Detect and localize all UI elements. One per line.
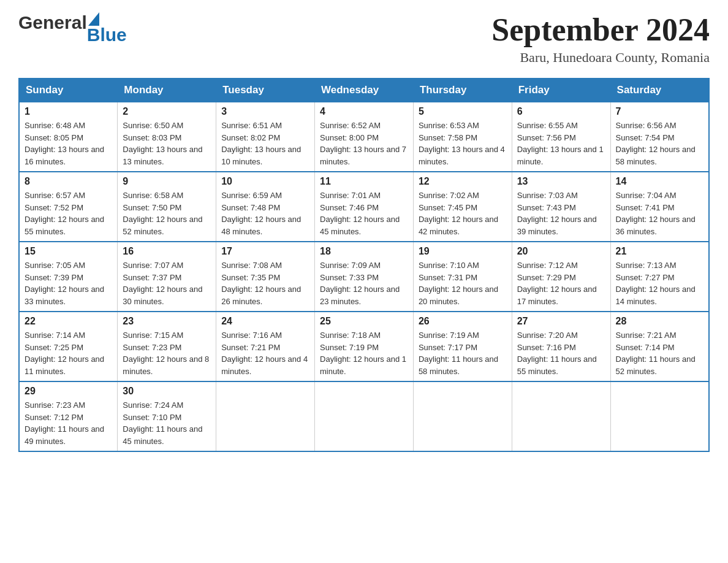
calendar-cell: 11Sunrise: 7:01 AMSunset: 7:46 PMDayligh… [315, 172, 414, 242]
calendar-week-row: 8Sunrise: 6:57 AMSunset: 7:52 PMDaylight… [19, 172, 709, 242]
calendar-header-tuesday: Tuesday [216, 79, 315, 102]
calendar-cell: 14Sunrise: 7:04 AMSunset: 7:41 PMDayligh… [610, 172, 709, 242]
day-info: Sunrise: 7:13 AMSunset: 7:27 PMDaylight:… [616, 259, 703, 307]
calendar-cell: 20Sunrise: 7:12 AMSunset: 7:29 PMDayligh… [512, 242, 610, 312]
calendar-cell: 15Sunrise: 7:05 AMSunset: 7:39 PMDayligh… [19, 242, 118, 312]
calendar-table: SundayMondayTuesdayWednesdayThursdayFrid… [18, 78, 710, 452]
day-number: 18 [320, 246, 408, 257]
day-info: Sunrise: 6:59 AMSunset: 7:48 PMDaylight:… [221, 190, 309, 237]
logo-triangle-icon [88, 12, 99, 26]
calendar-cell: 4Sunrise: 6:52 AMSunset: 8:00 PMDaylight… [315, 102, 414, 172]
day-number: 7 [616, 106, 703, 117]
day-number: 1 [25, 106, 112, 117]
day-info: Sunrise: 7:10 AMSunset: 7:31 PMDaylight:… [419, 259, 507, 307]
calendar-week-row: 1Sunrise: 6:48 AMSunset: 8:05 PMDaylight… [19, 102, 709, 172]
calendar-header-sunday: Sunday [19, 79, 118, 102]
day-info: Sunrise: 6:53 AMSunset: 7:58 PMDaylight:… [419, 120, 507, 167]
day-info: Sunrise: 7:21 AMSunset: 7:14 PMDaylight:… [616, 329, 703, 377]
day-info: Sunrise: 7:14 AMSunset: 7:25 PMDaylight:… [25, 329, 112, 377]
day-info: Sunrise: 7:23 AMSunset: 7:12 PMDaylight:… [25, 399, 112, 447]
day-number: 14 [616, 176, 703, 187]
calendar-cell: 27Sunrise: 7:20 AMSunset: 7:16 PMDayligh… [512, 312, 610, 381]
calendar-cell: 25Sunrise: 7:18 AMSunset: 7:19 PMDayligh… [315, 312, 414, 381]
calendar-cell: 19Sunrise: 7:10 AMSunset: 7:31 PMDayligh… [413, 242, 512, 312]
day-number: 10 [221, 176, 309, 187]
day-number: 21 [616, 246, 703, 257]
calendar-week-row: 29Sunrise: 7:23 AMSunset: 7:12 PMDayligh… [19, 381, 709, 451]
day-number: 5 [419, 106, 507, 117]
calendar-header-row: SundayMondayTuesdayWednesdayThursdayFrid… [19, 79, 709, 102]
day-info: Sunrise: 7:07 AMSunset: 7:37 PMDaylight:… [123, 259, 211, 307]
day-number: 27 [517, 316, 605, 327]
title-area: September 2024 Baru, Hunedoara County, R… [491, 12, 710, 66]
day-info: Sunrise: 7:09 AMSunset: 7:33 PMDaylight:… [320, 259, 408, 307]
day-number: 11 [320, 176, 408, 187]
calendar-cell: 3Sunrise: 6:51 AMSunset: 8:02 PMDaylight… [216, 102, 315, 172]
day-info: Sunrise: 7:03 AMSunset: 7:43 PMDaylight:… [517, 190, 605, 237]
calendar-cell: 30Sunrise: 7:24 AMSunset: 7:10 PMDayligh… [118, 381, 216, 451]
logo-blue-text: Blue [87, 26, 127, 44]
calendar-cell: 17Sunrise: 7:08 AMSunset: 7:35 PMDayligh… [216, 242, 315, 312]
day-info: Sunrise: 6:50 AMSunset: 8:03 PMDaylight:… [123, 120, 211, 167]
day-info: Sunrise: 7:08 AMSunset: 7:35 PMDaylight:… [221, 259, 309, 307]
calendar-cell: 6Sunrise: 6:55 AMSunset: 7:56 PMDaylight… [512, 102, 610, 172]
calendar-header-thursday: Thursday [413, 79, 512, 102]
calendar-cell: 7Sunrise: 6:56 AMSunset: 7:54 PMDaylight… [610, 102, 709, 172]
day-info: Sunrise: 6:52 AMSunset: 8:00 PMDaylight:… [320, 120, 408, 167]
day-info: Sunrise: 7:01 AMSunset: 7:46 PMDaylight:… [320, 190, 408, 237]
calendar-week-row: 15Sunrise: 7:05 AMSunset: 7:39 PMDayligh… [19, 242, 709, 312]
calendar-cell: 23Sunrise: 7:15 AMSunset: 7:23 PMDayligh… [118, 312, 216, 381]
day-info: Sunrise: 6:51 AMSunset: 8:02 PMDaylight:… [221, 120, 309, 167]
page-title: September 2024 [491, 12, 710, 47]
calendar-cell: 5Sunrise: 6:53 AMSunset: 7:58 PMDaylight… [413, 102, 512, 172]
calendar-cell [610, 381, 709, 451]
calendar-cell: 18Sunrise: 7:09 AMSunset: 7:33 PMDayligh… [315, 242, 414, 312]
day-info: Sunrise: 7:16 AMSunset: 7:21 PMDaylight:… [221, 329, 309, 377]
day-number: 29 [25, 386, 112, 397]
day-number: 8 [25, 176, 112, 187]
calendar-cell: 29Sunrise: 7:23 AMSunset: 7:12 PMDayligh… [19, 381, 118, 451]
calendar-header-friday: Friday [512, 79, 610, 102]
calendar-cell: 28Sunrise: 7:21 AMSunset: 7:14 PMDayligh… [610, 312, 709, 381]
day-number: 19 [419, 246, 507, 257]
day-info: Sunrise: 6:57 AMSunset: 7:52 PMDaylight:… [25, 190, 112, 237]
day-number: 6 [517, 106, 605, 117]
day-info: Sunrise: 7:15 AMSunset: 7:23 PMDaylight:… [123, 329, 211, 377]
calendar-cell: 2Sunrise: 6:50 AMSunset: 8:03 PMDaylight… [118, 102, 216, 172]
day-number: 16 [123, 246, 211, 257]
day-number: 9 [123, 176, 211, 187]
day-number: 20 [517, 246, 605, 257]
calendar-cell [315, 381, 414, 451]
day-number: 25 [320, 316, 408, 327]
calendar-cell: 8Sunrise: 6:57 AMSunset: 7:52 PMDaylight… [19, 172, 118, 242]
calendar-cell: 9Sunrise: 6:58 AMSunset: 7:50 PMDaylight… [118, 172, 216, 242]
calendar-header-saturday: Saturday [610, 79, 709, 102]
day-info: Sunrise: 7:18 AMSunset: 7:19 PMDaylight:… [320, 329, 408, 377]
logo-general-text: General [18, 12, 87, 33]
day-number: 15 [25, 246, 112, 257]
day-info: Sunrise: 7:12 AMSunset: 7:29 PMDaylight:… [517, 259, 605, 307]
calendar-header-monday: Monday [118, 79, 216, 102]
logo-right: Blue [87, 12, 127, 44]
day-number: 12 [419, 176, 507, 187]
day-info: Sunrise: 7:24 AMSunset: 7:10 PMDaylight:… [123, 399, 211, 447]
calendar-cell [413, 381, 512, 451]
day-number: 17 [221, 246, 309, 257]
day-info: Sunrise: 7:19 AMSunset: 7:17 PMDaylight:… [419, 329, 507, 377]
calendar-cell: 21Sunrise: 7:13 AMSunset: 7:27 PMDayligh… [610, 242, 709, 312]
calendar-cell: 22Sunrise: 7:14 AMSunset: 7:25 PMDayligh… [19, 312, 118, 381]
day-number: 2 [123, 106, 211, 117]
day-number: 30 [123, 386, 211, 397]
calendar-week-row: 22Sunrise: 7:14 AMSunset: 7:25 PMDayligh… [19, 312, 709, 381]
day-number: 23 [123, 316, 211, 327]
calendar-cell: 1Sunrise: 6:48 AMSunset: 8:05 PMDaylight… [19, 102, 118, 172]
day-number: 4 [320, 106, 408, 117]
day-info: Sunrise: 6:56 AMSunset: 7:54 PMDaylight:… [616, 120, 703, 167]
day-number: 3 [221, 106, 309, 117]
calendar-cell [512, 381, 610, 451]
day-number: 28 [616, 316, 703, 327]
header: General Blue September 2024 Baru, Hunedo… [18, 12, 710, 66]
day-number: 26 [419, 316, 507, 327]
day-info: Sunrise: 7:20 AMSunset: 7:16 PMDaylight:… [517, 329, 605, 377]
calendar-header-wednesday: Wednesday [315, 79, 414, 102]
